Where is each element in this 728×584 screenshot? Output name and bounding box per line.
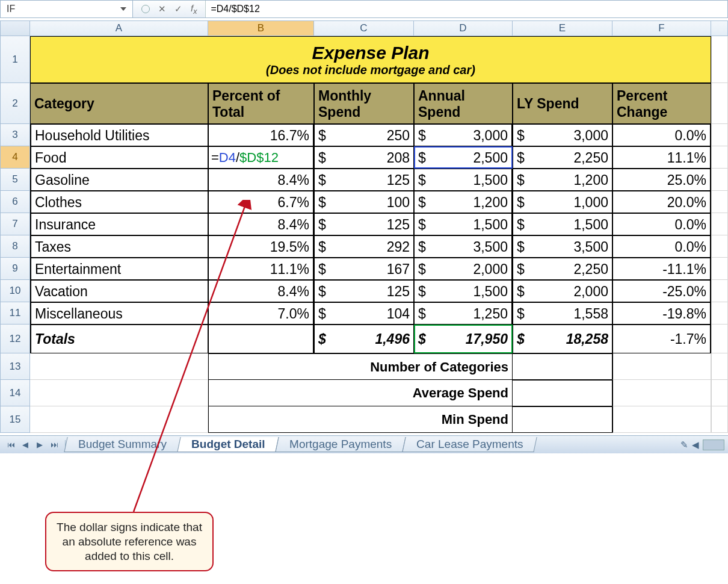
cell-F9[interactable]: -11.1% <box>612 258 711 280</box>
row-header-6[interactable]: 6 <box>0 191 30 213</box>
expand-namebox-icon[interactable] <box>141 5 150 13</box>
cell-E15[interactable] <box>513 406 612 433</box>
cell-D9[interactable]: $2,000 <box>414 258 513 280</box>
sheet-tab-mortgage-payments[interactable]: Mortgage Payments <box>276 437 406 452</box>
cell-E13[interactable] <box>513 353 612 380</box>
cell-E11[interactable]: $1,558 <box>513 302 612 325</box>
horizontal-scrollbar[interactable] <box>703 440 724 450</box>
cell-D12[interactable]: $17,950 <box>414 325 513 353</box>
cell-F5[interactable]: 25.0% <box>612 169 711 191</box>
sheet-tab-budget-summary[interactable]: Budget Summary <box>64 437 180 452</box>
cell-B3[interactable]: 16.7% <box>208 124 314 146</box>
cell-E4[interactable]: $2,250 <box>513 146 612 169</box>
row-header-10[interactable]: 10 <box>0 280 30 302</box>
cell-F8[interactable]: 0.0% <box>612 235 711 258</box>
summary-label-15[interactable]: Min Spend <box>208 406 513 433</box>
cell-A3[interactable]: Household Utilities <box>30 124 208 146</box>
row-header-13[interactable]: 13 <box>0 353 30 380</box>
cell-C7[interactable]: $125 <box>314 213 414 235</box>
sheet-tab-car-lease-payments[interactable]: Car Lease Payments <box>403 437 538 452</box>
row-header-9[interactable]: 9 <box>0 258 30 280</box>
row-header-14[interactable]: 14 <box>0 380 30 406</box>
row-header-5[interactable]: 5 <box>0 169 30 191</box>
cell-B8[interactable]: 19.5% <box>208 235 314 258</box>
insert-sheet-icon[interactable]: ✎ <box>680 440 688 450</box>
col-header-D[interactable]: D <box>414 20 513 36</box>
cell-D6[interactable]: $1,200 <box>414 191 513 213</box>
col-header-F[interactable]: F <box>612 20 711 36</box>
hdr-chg[interactable]: Percent Change <box>612 83 711 124</box>
cell-C6[interactable]: $100 <box>314 191 414 213</box>
cell-F7[interactable]: 0.0% <box>612 213 711 235</box>
cell-A13[interactable] <box>30 353 208 380</box>
hdr-annual[interactable]: Annual Spend <box>414 83 513 124</box>
cell-F12[interactable]: -1.7% <box>612 325 711 353</box>
cell-C11[interactable]: $104 <box>314 302 414 325</box>
col-header-E[interactable]: E <box>513 20 612 36</box>
title-cell[interactable]: Expense Plan (Does not include mortgage … <box>30 36 711 83</box>
cell-F6[interactable]: 20.0% <box>612 191 711 213</box>
tab-nav-next-icon[interactable]: ▶ <box>32 440 47 449</box>
col-header-B[interactable]: B <box>208 20 314 36</box>
row-header-12[interactable]: 12 <box>0 325 30 353</box>
formula-input[interactable]: =D4/$D$12 <box>206 1 727 17</box>
row-header-3[interactable]: 3 <box>0 124 30 146</box>
cell-A14[interactable] <box>30 380 208 406</box>
cell-D11[interactable]: $1,250 <box>414 302 513 325</box>
cell-F14[interactable] <box>612 380 711 406</box>
cell-C12[interactable]: $1,496 <box>314 325 414 353</box>
name-box-dropdown-icon[interactable] <box>120 7 126 11</box>
cell-C5[interactable]: $125 <box>314 169 414 191</box>
cell-A8[interactable]: Taxes <box>30 235 208 258</box>
cell-D10[interactable]: $1,500 <box>414 280 513 302</box>
cell-E9[interactable]: $2,250 <box>513 258 612 280</box>
summary-label-14[interactable]: Average Spend <box>208 380 513 406</box>
cell-D8[interactable]: $3,500 <box>414 235 513 258</box>
cell-B5[interactable]: 8.4% <box>208 169 314 191</box>
cancel-icon[interactable]: ✕ <box>158 4 166 14</box>
col-header-A[interactable]: A <box>30 20 208 36</box>
hdr-month[interactable]: Monthly Spend <box>314 83 414 124</box>
cell-C10[interactable]: $125 <box>314 280 414 302</box>
cell-A5[interactable]: Gasoline <box>30 169 208 191</box>
cell-E14[interactable] <box>513 380 612 406</box>
row-header-1[interactable]: 1 <box>0 36 30 83</box>
hdr-category[interactable]: Category <box>30 83 208 124</box>
cell-F10[interactable]: -25.0% <box>612 280 711 302</box>
cell-C3[interactable]: $250 <box>314 124 414 146</box>
tab-nav-first-icon[interactable]: ⏮ <box>4 440 18 449</box>
row-header-2[interactable]: 2 <box>0 83 30 124</box>
cell-F15[interactable] <box>612 406 711 433</box>
cell-E10[interactable]: $2,000 <box>513 280 612 302</box>
cell-B6[interactable]: 6.7% <box>208 191 314 213</box>
cell-F4[interactable]: 11.1% <box>612 146 711 169</box>
cell-B4[interactable]: =D4/$D$12 <box>208 146 314 169</box>
cell-B7[interactable]: 8.4% <box>208 213 314 235</box>
cell-A6[interactable]: Clothes <box>30 191 208 213</box>
row-header-15[interactable]: 15 <box>0 406 30 433</box>
tab-nav-last-icon[interactable]: ⏭ <box>47 440 61 449</box>
cell-B12[interactable] <box>208 325 314 353</box>
cell-A11[interactable]: Miscellaneous <box>30 302 208 325</box>
cell-A9[interactable]: Entertainment <box>30 258 208 280</box>
cell-A12[interactable]: Totals <box>30 325 208 353</box>
row-header-4[interactable]: 4 <box>0 146 30 169</box>
cell-E7[interactable]: $1,500 <box>513 213 612 235</box>
hdr-pct[interactable]: Percent of Total <box>208 83 314 124</box>
name-box[interactable]: IF <box>1 1 133 17</box>
row-header-7[interactable]: 7 <box>0 213 30 235</box>
cell-B10[interactable]: 8.4% <box>208 280 314 302</box>
tab-nav-prev-icon[interactable]: ◀ <box>18 440 32 449</box>
col-header-C[interactable]: C <box>314 20 414 36</box>
row-header-8[interactable]: 8 <box>0 235 30 258</box>
fx-icon[interactable]: fx <box>191 3 197 16</box>
cell-C8[interactable]: $292 <box>314 235 414 258</box>
cell-F3[interactable]: 0.0% <box>612 124 711 146</box>
cell-C9[interactable]: $167 <box>314 258 414 280</box>
row-header-11[interactable]: 11 <box>0 302 30 325</box>
cell-B9[interactable]: 11.1% <box>208 258 314 280</box>
cell-F13[interactable] <box>612 353 711 380</box>
cell-D4[interactable]: $2,500 <box>414 146 513 169</box>
cell-E8[interactable]: $3,500 <box>513 235 612 258</box>
cell-E5[interactable]: $1,200 <box>513 169 612 191</box>
